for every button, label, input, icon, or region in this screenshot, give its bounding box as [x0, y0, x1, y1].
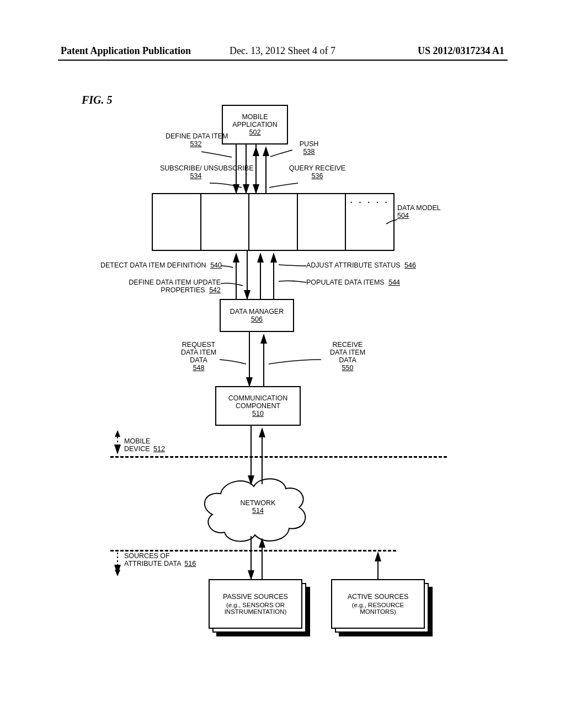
label-define-data-item: DEFINE DATA ITEM 532 [166, 132, 226, 148]
label-text: PUSH [300, 140, 319, 148]
box-title: ACTIVE SOURCES [348, 593, 408, 601]
label-ref: 514 [252, 507, 264, 515]
label-text: ADJUST ATTRIBUTE STATUS [306, 261, 401, 269]
label-mobile-device: MOBILE DEVICE 512 [124, 437, 165, 453]
label-text: DATA MODEL [397, 204, 441, 212]
label-push: PUSH 538 [290, 140, 328, 156]
label-text: SUBSCRIBE/ UNSUBSCRIBE [160, 164, 253, 172]
label-ref: 548 [193, 364, 205, 372]
page-header: Patent Application Publication Dec. 13, … [0, 45, 565, 60]
header-left: Patent Application Publication [61, 45, 191, 57]
label-populate: POPULATE DATA ITEMS 544 [306, 279, 400, 286]
header-mid: Dec. 13, 2012 Sheet 4 of 7 [230, 45, 335, 57]
box-communication-component: COMMUNICATION COMPONENT 510 [215, 386, 301, 426]
svg-marker-19 [115, 570, 120, 576]
box-title: DATA MANAGER [230, 308, 284, 315]
data-model-row: . . . . . [152, 193, 395, 251]
label-ref: 504 [397, 212, 409, 220]
label-query-receive: QUERY RECEIVE 536 [287, 164, 348, 180]
label-text: POPULATE DATA ITEMS [306, 279, 385, 286]
label-ref: 546 [404, 261, 416, 269]
label-data-model: DATA MODEL 504 [397, 204, 441, 220]
label-ref: 540 [210, 261, 222, 269]
box-title: COMMUNICATION COMPONENT [220, 394, 296, 410]
label-ref: 544 [388, 279, 400, 286]
label-text: NETWORK [241, 499, 276, 507]
network-label: NETWORK 514 [232, 499, 284, 515]
label-text1: RECEIVE [333, 341, 363, 349]
box-sub: (e.g., RESOURCE MONITORS) [335, 602, 420, 615]
label-text2: ATTRIBUTE DATA [124, 560, 181, 568]
box-data-manager: DATA MANAGER 506 [220, 299, 294, 332]
label-text3: DATA [190, 356, 207, 364]
label-receive: RECEIVE DATA ITEM DATA 550 [320, 341, 375, 372]
data-model-cell-2 [201, 194, 250, 250]
label-text2: DATA ITEM [330, 349, 365, 356]
label-ref: 542 [209, 286, 221, 294]
svg-marker-14 [115, 430, 120, 437]
figure-title: FIG. 5 [82, 94, 113, 106]
label-request: REQUEST DATA ITEM DATA 548 [171, 341, 226, 372]
label-text: DETECT DATA ITEM DEFINITION [100, 261, 206, 269]
label-text: DEFINE DATA ITEM UPDATE PROPERTIES [129, 279, 221, 294]
label-text: DEFINE DATA ITEM [166, 132, 228, 140]
ellipsis-text: . . . . . [350, 196, 390, 205]
label-define-update: DEFINE DATA ITEM UPDATE PROPERTIES 542 [110, 279, 221, 294]
label-ref: 550 [342, 364, 354, 372]
divider-mobile-device [110, 456, 447, 458]
label-adjust: ADJUST ATTRIBUTE STATUS 546 [306, 261, 416, 269]
box-ref: 506 [251, 315, 263, 323]
box-title: MOBILE APPLICATION [226, 113, 284, 129]
box-title: PASSIVE SOURCES [223, 593, 288, 601]
divider-sources [110, 550, 396, 552]
data-model-cell-1 [153, 194, 201, 250]
label-ref: 538 [303, 148, 315, 156]
label-detect-def: DETECT DATA ITEM DEFINITION 540 [73, 261, 222, 269]
box-ref: 502 [249, 129, 261, 136]
label-ref: 532 [190, 140, 202, 148]
data-model-cell-3 [249, 194, 298, 250]
label-ref: 516 [184, 560, 196, 568]
box-ref: 510 [252, 410, 264, 417]
label-subscribe: SUBSCRIBE/ UNSUBSCRIBE 534 [160, 164, 232, 180]
header-right: US 2012/0317234 A1 [418, 45, 504, 57]
label-text2: DEVICE [124, 445, 150, 453]
label-ref: 534 [190, 172, 202, 180]
label-text1: REQUEST [182, 341, 215, 349]
label-text: QUERY RECEIVE [289, 164, 345, 172]
label-ref: 512 [153, 445, 165, 453]
label-text2: DATA ITEM [181, 349, 216, 356]
box-sub: (e.g., SENSORS OR INSTRUMENTATION) [213, 602, 298, 615]
box-mobile-application: MOBILE APPLICATION 502 [222, 105, 288, 144]
label-text: MOBILE [124, 437, 150, 445]
label-text3: DATA [339, 356, 356, 364]
data-model-cell-4 [298, 194, 347, 250]
label-text: SOURCES OF [124, 552, 170, 560]
label-sources-of: SOURCES OF ATTRIBUTE DATA 516 [124, 552, 196, 568]
data-model-cell-ellipsis: . . . . . [346, 194, 393, 250]
label-ref: 536 [312, 172, 323, 180]
header-rule [58, 60, 508, 61]
